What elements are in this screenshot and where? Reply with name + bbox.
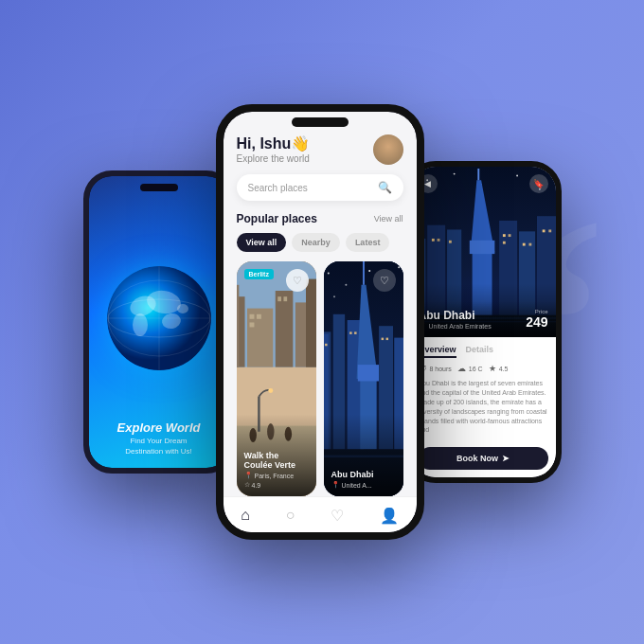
price-value: 249 (526, 314, 547, 330)
nav-history[interactable]: ○ (286, 507, 295, 525)
svg-rect-83 (502, 234, 505, 237)
card-location-paris: 📍Paris, France (244, 472, 309, 479)
cards-row: Berlitz ♡ Walk the Coulée Verte 📍Paris, … (237, 261, 403, 496)
svg-point-34 (345, 284, 347, 286)
svg-rect-53 (354, 331, 356, 333)
svg-rect-16 (275, 291, 293, 367)
search-input[interactable]: Search places (248, 183, 378, 193)
svg-point-35 (368, 270, 370, 272)
svg-rect-22 (277, 296, 281, 301)
tab-overview[interactable]: Overview (419, 345, 456, 358)
svg-point-5 (177, 304, 188, 313)
right-tabs: Overview Details (419, 345, 548, 358)
abudhabi-illustration (324, 261, 403, 496)
stat-rating: ★ 4.5 (489, 364, 509, 373)
section-title: Popular places (237, 212, 317, 225)
card-name-abudhabi: Abu Dhabi (331, 470, 396, 479)
avatar (373, 134, 403, 165)
view-all-link[interactable]: View all (374, 214, 403, 224)
right-description: Abu Dhabi is the largest of seven emirat… (419, 379, 548, 441)
star-icon: ★ (489, 364, 496, 373)
tab-latest[interactable]: Latest (346, 233, 390, 252)
globe (107, 266, 211, 370)
nav-profile[interactable]: 👤 (380, 507, 399, 525)
svg-rect-86 (522, 243, 525, 246)
card-info-abudhabi: Abu Dhabi 📍United A... (324, 462, 403, 496)
svg-rect-54 (381, 338, 383, 340)
send-icon: ➤ (502, 454, 510, 463)
book-now-button[interactable]: Book Now ➤ (419, 447, 548, 470)
svg-rect-52 (349, 331, 351, 333)
right-place-name: Abu Dhabi (419, 309, 492, 322)
svg-point-4 (133, 313, 148, 336)
berlitz-badge: Berlitz (244, 269, 274, 279)
tab-details[interactable]: Details (466, 345, 494, 358)
svg-rect-72 (469, 241, 494, 254)
svg-rect-88 (542, 229, 545, 232)
right-details-panel: Overview Details ⏱ 8 hours ☁ 16 C ★ 4.5 (411, 337, 556, 477)
right-hero-overlay: Abu Dhabi 📍 United Arab Emirates Price 2… (411, 301, 556, 337)
bottom-nav: ⌂ ○ ♡ 👤 (224, 496, 417, 532)
place-card-abudhabi[interactable]: ♡ Abu Dhabi 📍United A... (324, 261, 403, 496)
center-header: Hi, Ishu👋 Explore the world (237, 134, 403, 165)
card-info-paris: Walk the Coulée Verte 📍Paris, France ☆4.… (237, 443, 316, 496)
svg-rect-18 (306, 279, 316, 367)
card-heart-paris[interactable]: ♡ (286, 269, 309, 292)
svg-rect-23 (283, 296, 287, 301)
svg-rect-89 (548, 229, 551, 232)
svg-rect-82 (448, 241, 451, 243)
right-phone: ◀ 🔖 Abu Dhabi 📍 United Arab Emirates Pri (405, 161, 562, 483)
svg-rect-50 (325, 344, 327, 346)
svg-rect-14 (237, 285, 239, 367)
svg-rect-20 (256, 314, 260, 319)
svg-rect-87 (528, 243, 531, 246)
nav-favorites[interactable]: ♡ (331, 507, 344, 525)
svg-point-63 (516, 175, 518, 177)
svg-point-61 (453, 173, 455, 175)
tab-nearby[interactable]: Nearby (292, 233, 340, 252)
svg-rect-84 (508, 234, 510, 237)
search-bar[interactable]: Search places 🔍 (237, 174, 403, 201)
stat-weather: ☁ 16 C (457, 364, 483, 373)
center-phone: Hi, Ishu👋 Explore the world Search place… (216, 104, 424, 540)
search-icon: 🔍 (378, 181, 392, 194)
svg-point-38 (333, 295, 335, 297)
center-content: Hi, Ishu👋 Explore the world Search place… (224, 127, 417, 496)
svg-rect-19 (249, 314, 254, 319)
svg-rect-80 (431, 239, 434, 242)
greeting-block: Hi, Ishu👋 Explore the world (237, 134, 311, 164)
nav-home[interactable]: ⌂ (241, 507, 250, 525)
card-location-abudhabi: 📍United A... (331, 481, 396, 489)
explore-world-title: Explore World (117, 420, 201, 435)
find-dream-tagline: Find Your Dream Destination with Us! (125, 436, 192, 456)
center-phone-screen: Hi, Ishu👋 Explore the world Search place… (224, 112, 417, 532)
svg-rect-55 (385, 338, 387, 340)
svg-point-33 (327, 272, 329, 274)
cloud-icon: ☁ (457, 364, 466, 373)
greeting-name: Hi, Ishu👋 (237, 134, 311, 152)
tab-view-all[interactable]: View all (237, 233, 287, 252)
card-bg-abudhabi (324, 261, 403, 496)
right-phone-screen: ◀ 🔖 Abu Dhabi 📍 United Arab Emirates Pri (411, 167, 556, 477)
globe-svg (107, 266, 211, 370)
svg-rect-85 (502, 242, 505, 244)
right-place-country: 📍 United Arab Emirates (419, 322, 492, 330)
avatar-image (373, 134, 403, 165)
center-notch (292, 117, 349, 127)
left-phone: Explore World Find Your Dream Destinatio… (83, 170, 235, 474)
left-phone-notch (140, 184, 178, 191)
svg-rect-45 (357, 365, 378, 381)
price-block: Price 249 (526, 309, 547, 330)
place-card-paris[interactable]: Berlitz ♡ Walk the Coulée Verte 📍Paris, … (237, 261, 316, 496)
phones-container: Explore World Find Your Dream Destinatio… (83, 104, 562, 540)
card-rating-paris: ☆4.9 (244, 481, 309, 489)
card-name-paris: Walk the Coulée Verte (244, 451, 309, 470)
right-stats: ⏱ 8 hours ☁ 16 C ★ 4.5 (419, 364, 548, 373)
bookmark-button[interactable]: 🔖 (529, 174, 548, 193)
card-heart-abudhabi[interactable]: ♡ (373, 269, 396, 292)
left-phone-screen: Explore World Find Your Dream Destinatio… (89, 176, 229, 468)
right-hero-image: ◀ 🔖 Abu Dhabi 📍 United Arab Emirates Pri (411, 167, 556, 337)
svg-rect-81 (437, 239, 439, 242)
svg-point-29 (268, 388, 273, 393)
greeting-subtitle: Explore the world (237, 153, 311, 164)
